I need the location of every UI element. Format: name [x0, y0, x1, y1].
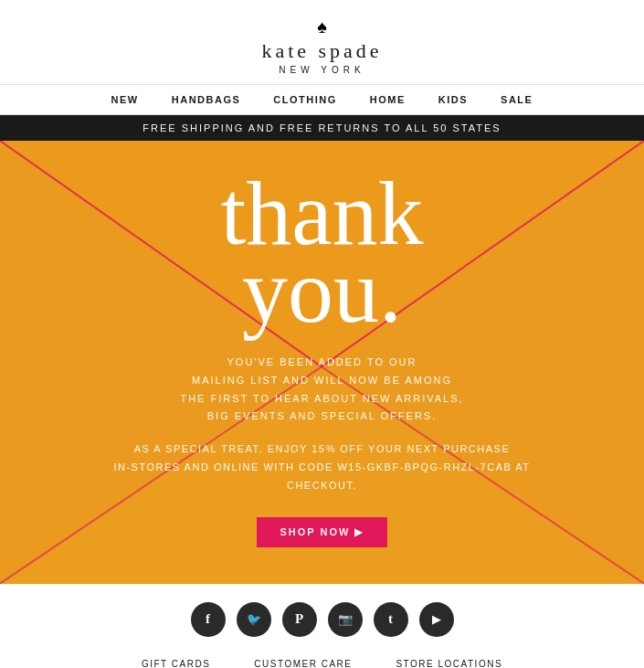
youtube-icon[interactable]: ▶ [419, 602, 454, 637]
tumblr-icon[interactable]: t [374, 602, 408, 637]
nav-sale[interactable]: SALE [501, 94, 533, 105]
nav-handbags[interactable]: HANDBAGS [172, 94, 241, 105]
hero-content: thank you. YOU'VE BEEN ADDED TO OUR MAIL… [0, 141, 644, 584]
nav-kids[interactable]: KIDS [438, 94, 468, 105]
shipping-banner: FREE SHIPPING AND FREE RETURNS TO ALL 50… [0, 115, 644, 141]
social-bar: f 🐦 P 📷 t ▶ [0, 584, 644, 652]
nav-new[interactable]: NEW [111, 94, 139, 105]
hero-promo-text: AS A SPECIAL TREAT, ENJOY 15% OFF YOUR N… [18, 440, 626, 494]
spade-icon: ♠ [0, 16, 644, 37]
brand-subtitle: NEW YORK [0, 65, 644, 75]
facebook-icon[interactable]: f [191, 602, 226, 637]
gift-cards-link[interactable]: GIFT CARDS [142, 659, 210, 668]
thank-line2: you. [18, 246, 626, 337]
store-locations-link[interactable]: STORE LOCATIONS [396, 659, 502, 668]
shop-now-button[interactable]: SHOP NOW ▶ [257, 517, 388, 547]
pinterest-icon[interactable]: P [282, 602, 317, 637]
main-nav: NEW HANDBAGS CLOTHING HOME KIDS SALE [0, 84, 644, 115]
nav-home[interactable]: HOME [370, 94, 406, 105]
customer-care-link[interactable]: CUSTOMER CARE [254, 659, 352, 668]
footer-links: GIFT CARDS CUSTOMER CARE STORE LOCATIONS [0, 652, 644, 668]
instagram-icon[interactable]: 📷 [328, 602, 363, 637]
brand-name: kate spade [0, 39, 644, 63]
header: ♠ kate spade NEW YORK [0, 0, 644, 84]
nav-clothing[interactable]: CLOTHING [273, 94, 336, 105]
twitter-icon[interactable]: 🐦 [237, 602, 271, 637]
hero-section: thank you. YOU'VE BEEN ADDED TO OUR MAIL… [0, 141, 644, 584]
hero-body-text: YOU'VE BEEN ADDED TO OUR MAILING LIST AN… [18, 354, 626, 426]
